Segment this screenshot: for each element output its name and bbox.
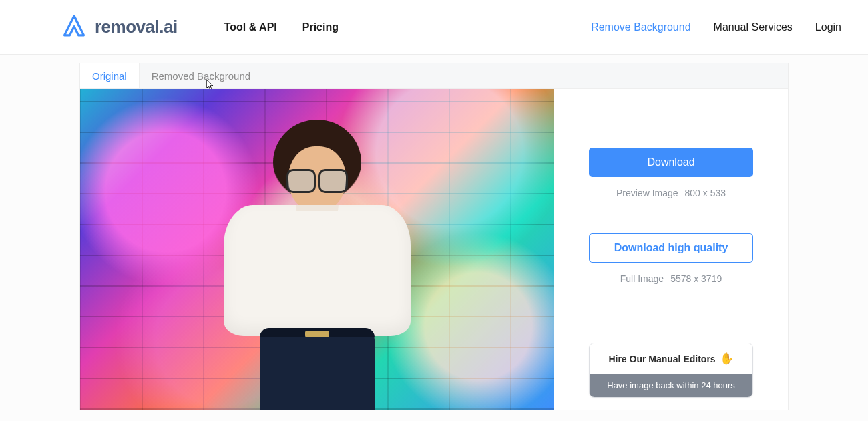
result-body: Download Preview Image 800 x 533 Downloa…	[80, 89, 788, 410]
full-label: Full Image	[620, 273, 664, 284]
nav-manual-services[interactable]: Manual Services	[714, 21, 793, 33]
nav-pricing[interactable]: Pricing	[302, 21, 339, 33]
promo-title: Hire Our Manual Editors	[608, 354, 715, 364]
subject-figure	[217, 120, 417, 410]
original-image-preview	[80, 89, 554, 410]
download-panel: Download Preview Image 800 x 533 Downloa…	[554, 89, 788, 410]
nav-tool-api[interactable]: Tool & API	[224, 21, 277, 33]
nav-secondary: Remove Background Manual Services Login	[591, 21, 841, 33]
full-dimensions: 5578 x 3719	[670, 273, 722, 284]
nav-remove-background[interactable]: Remove Background	[591, 21, 690, 33]
raised-hand-icon: ✋	[720, 352, 734, 366]
brand-logo[interactable]: removal.ai	[60, 13, 178, 41]
full-meta: Full Image 5578 x 3719	[620, 273, 722, 284]
download-hq-button[interactable]: Download high quality	[589, 233, 753, 263]
download-button[interactable]: Download	[589, 148, 753, 177]
nav-primary: Tool & API Pricing	[224, 21, 339, 33]
main-content: Original Removed Background	[0, 55, 868, 410]
result-card: Original Removed Background	[79, 63, 789, 410]
brand-name: removal.ai	[95, 17, 178, 37]
promo-subtitle: Have image back within 24 hours	[590, 374, 752, 397]
preview-label: Preview Image	[616, 188, 678, 198]
site-header: removal.ai Tool & API Pricing Remove Bac…	[0, 0, 868, 55]
promo-title-row: Hire Our Manual Editors ✋	[590, 343, 752, 374]
result-tabs: Original Removed Background	[80, 63, 788, 89]
preview-dimensions: 800 x 533	[685, 188, 726, 198]
nav-login[interactable]: Login	[815, 21, 841, 33]
tab-removed-background[interactable]: Removed Background	[139, 63, 262, 88]
manual-editors-promo[interactable]: Hire Our Manual Editors ✋ Have image bac…	[589, 343, 753, 398]
tab-original[interactable]: Original	[80, 63, 139, 88]
preview-meta: Preview Image 800 x 533	[616, 188, 726, 198]
brand-logo-icon	[60, 13, 88, 41]
